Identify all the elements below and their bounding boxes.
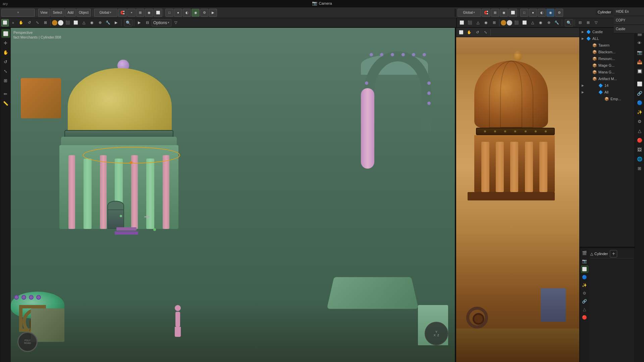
prop-icon-scene[interactable]: 🎬 [581,249,588,257]
tool-measure[interactable]: 📏 [1,99,10,108]
shading-solid[interactable]: ● [174,9,182,17]
right-overlay[interactable]: ◉ [500,9,508,17]
right-solid[interactable]: ● [529,9,537,17]
prop-icon-render[interactable]: 📷 [581,257,588,265]
far-icon-physics[interactable]: ⚙ [635,117,644,126]
r-mode4[interactable]: ◉ [537,19,544,26]
options-btn[interactable]: ▶ [136,19,143,26]
prop-icon-data[interactable]: △ [581,306,588,313]
mode-icon[interactable]: ⬜ [1,19,9,26]
tool-scale[interactable]: ⤡ [1,67,10,75]
add-material-btn[interactable]: + [610,250,617,257]
outliner-item-blacksmith[interactable]: 📦 Blacksm... [580,49,634,55]
right-rendered[interactable]: ◉ [546,9,554,17]
header-extra1[interactable]: ⚙ [200,9,208,17]
far-icon-render[interactable]: 📷 [635,48,644,57]
color1[interactable] [52,20,57,25]
r-icon2[interactable]: ⬛ [466,19,474,26]
prop-icon-modifier[interactable]: 🔵 [581,274,588,281]
scale-icon[interactable]: ⤡ [34,19,41,26]
r-icon4[interactable]: ◉ [482,19,490,26]
prop-icon-material[interactable]: 🔴 [581,314,588,321]
outliner-item-mage[interactable]: 📦 Mage G... [580,62,634,69]
outliner-item-tavern[interactable]: 📦 Tavern [580,42,634,49]
r-mode6[interactable]: 🔧 [553,19,560,26]
far-icon-obj[interactable]: ⬜ [635,79,644,88]
far-icon-world[interactable]: 🌐 [635,155,644,163]
transform-icon[interactable]: ⊞ [42,19,49,26]
outliner-item-mana[interactable]: 📦 Mana G... [580,69,634,75]
viewport-3d[interactable]: ✛ Perspective fact Merchants | Cylinder.… [11,28,455,362]
tool-cursor[interactable]: ✛ [1,39,10,47]
search-box[interactable]: 🔍 [124,19,132,26]
mode-btn5[interactable]: ⊕ [96,19,104,26]
far-icon-view[interactable]: 👁 [635,39,644,47]
far-icon-mesh[interactable]: △ [635,126,644,135]
right-transform[interactable]: Global ▼ [458,9,481,17]
ref-rotate[interactable]: ↺ [474,29,481,36]
shading-render[interactable]: ◉ [192,9,200,17]
mode-btn7[interactable]: ▶ [112,19,120,26]
header-extra2[interactable]: ▶ [209,9,217,17]
prop-icon-particles[interactable]: ✨ [581,282,588,289]
outliner-item-all2[interactable]: ▶ 🔷 All [580,89,634,96]
r-split-btn[interactable]: ⊞ [584,19,592,26]
r-color2[interactable] [507,20,512,25]
tool-move[interactable]: ✋ [1,48,10,57]
far-icon-particles[interactable]: ✨ [635,108,644,116]
outliner-item-resource[interactable]: 📦 Resourc... [580,55,634,62]
far-icon-constraint[interactable]: 🔗 [635,89,644,98]
tool-select[interactable]: ⬜ [1,29,10,38]
rotate-icon[interactable]: ↺ [25,19,33,26]
r-mode2[interactable]: ⬜ [521,19,528,26]
mode-btn3[interactable]: △ [80,19,88,26]
ref-move[interactable]: ✋ [466,29,473,36]
r-icon3[interactable]: △ [474,19,482,26]
outliner-item-all[interactable]: ▶ 🔷 ALL [580,35,634,42]
far-icon-compositor[interactable]: 🔲 [635,67,644,75]
right-wire[interactable]: □ [520,9,528,17]
viewport-split1[interactable]: ⊟ [144,19,151,26]
object-menu[interactable]: Object [76,9,91,17]
cursor-icon[interactable]: + [9,19,17,26]
right-grid[interactable]: ⊞ [491,9,499,17]
prop-icon-constraints[interactable]: 🔗 [581,298,588,305]
tool-rotate[interactable]: ↺ [1,57,10,66]
prop-icon-physics[interactable]: ⚙ [581,290,588,297]
r-viewport-btn[interactable]: ⊟ [576,19,584,26]
tool-annotate[interactable]: ✏ [1,89,10,98]
right-xray[interactable]: ⬜ [508,9,517,17]
overlay-btn[interactable]: ◉ [145,9,153,17]
r-filter-btn[interactable]: ▽ [592,19,600,26]
shading-material[interactable]: ◐ [183,9,191,17]
move-icon[interactable]: ✋ [17,19,25,26]
options-dropdown[interactable]: Options ▼ [152,19,171,26]
mode-btn1[interactable]: ⬛ [64,19,71,26]
far-icon-grid[interactable]: ⊞ [635,164,644,173]
right-extra[interactable]: ⚙ [555,9,563,17]
tool-transform[interactable]: ⊞ [1,76,10,85]
r-color1[interactable] [501,20,506,25]
right-material[interactable]: ◐ [538,9,546,17]
r-mode3[interactable]: △ [529,19,536,26]
add-menu[interactable]: Add [65,9,76,17]
xray-btn[interactable]: ⬜ [154,9,162,17]
r-search-box[interactable]: 🔍 [565,19,573,26]
r-icon5[interactable]: ⊞ [490,19,498,26]
r-mode1[interactable]: ⬛ [513,19,520,26]
outliner-item-emp[interactable]: 📦 Emp... [580,96,634,102]
grid-btn[interactable]: ⊞ [136,9,144,17]
right-snap[interactable]: 🧲 [482,9,490,17]
outliner-item-artifact[interactable]: 📦 Artifact M... [580,75,634,82]
snap-btn[interactable]: 🧲 [118,9,127,17]
ref-mode[interactable]: ⬜ [458,29,465,36]
filter-icon[interactable]: ▽ [172,19,179,26]
copy-button[interactable]: COPY [614,16,644,25]
castle-button[interactable]: Castle [614,25,644,34]
far-icon-modifier[interactable]: 🔵 [635,98,644,107]
mode-selector[interactable]: ▼ [1,9,35,17]
r-mode5[interactable]: ⊕ [545,19,552,26]
r-icon1[interactable]: ⬜ [458,19,466,26]
color2[interactable] [58,20,63,25]
transform-global[interactable]: Global ▼ [94,9,117,17]
